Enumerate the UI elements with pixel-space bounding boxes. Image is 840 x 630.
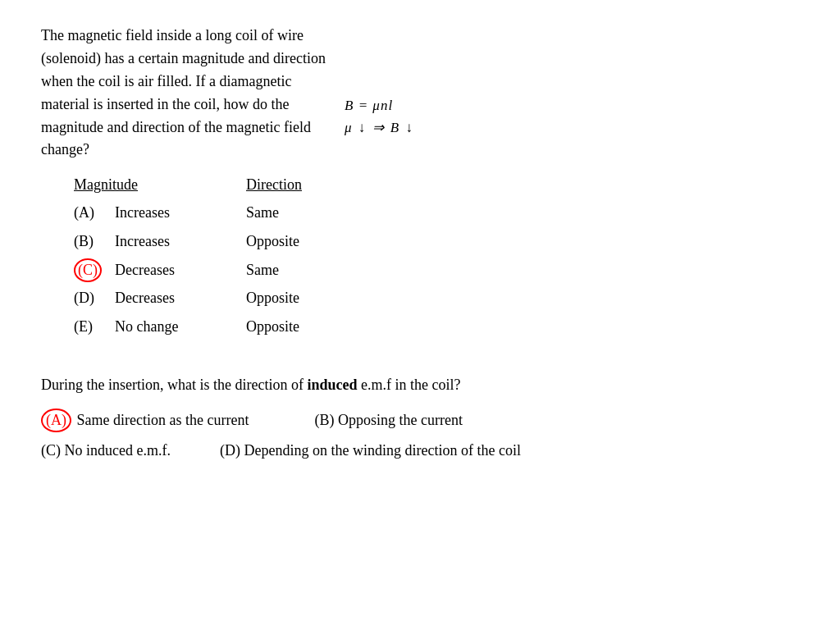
- circled-c: (C): [74, 258, 102, 282]
- question1-line3: when the coil is air filled. If a diamag…: [41, 73, 291, 89]
- table-row: (B) Increases Opposite: [74, 229, 799, 254]
- question1-line6: change?: [41, 141, 89, 158]
- row-label-b: (B): [74, 229, 115, 254]
- header-magnitude: Magnitude: [74, 176, 246, 194]
- option-q2-c-text: (C) No induced e.m.f.: [41, 442, 171, 459]
- question2: During the insertion, what is the direct…: [41, 373, 799, 463]
- table-header: Magnitude Direction: [74, 176, 799, 194]
- row-magnitude-a: Increases: [115, 200, 246, 226]
- option-q2-d: (D) Depending on the winding direction o…: [220, 439, 521, 463]
- row-direction-b: Opposite: [246, 229, 377, 254]
- formula-line1: B = μnl: [345, 94, 414, 116]
- formula-area: B = μnl μ ↓ ⇒ B ↓: [345, 94, 414, 139]
- option-q2-c: (C) No induced e.m.f.: [41, 439, 171, 463]
- page-container: The magnetic field inside a long coil of…: [41, 25, 799, 463]
- row-label-d: (D): [74, 285, 115, 311]
- formula-line2: μ ↓ ⇒ B ↓: [345, 116, 414, 139]
- question1-text: The magnetic field inside a long coil of…: [41, 25, 582, 162]
- circled-q2-a: (A): [41, 409, 71, 432]
- row-label-a: (A): [74, 200, 115, 226]
- row-label-c: (C): [74, 258, 115, 283]
- question1-line4: material is inserted in the coil, how do…: [41, 96, 289, 112]
- table-row: (A) Increases Same: [74, 200, 799, 226]
- option-q2-a-text: Same direction as the current: [77, 412, 249, 428]
- table-row: (E) No change Opposite: [74, 314, 799, 340]
- row-direction-d: Opposite: [246, 285, 377, 311]
- question2-text-before: During the insertion, what is the direct…: [41, 377, 307, 393]
- option-q2-d-text: (D) Depending on the winding direction o…: [220, 442, 521, 459]
- options-row2: (C) No induced e.m.f. (D) Depending on t…: [41, 439, 799, 463]
- option-q2-a: (A) Same direction as the current: [41, 409, 249, 432]
- row-direction-a: Same: [246, 200, 377, 226]
- table-row: (D) Decreases Opposite: [74, 285, 799, 311]
- row-magnitude-d: Decreases: [115, 285, 246, 311]
- header-direction: Direction: [246, 176, 377, 194]
- row-magnitude-e: No change: [115, 314, 246, 340]
- question2-text-after: e.m.f in the coil?: [357, 377, 460, 393]
- row-magnitude-b: Increases: [115, 229, 246, 254]
- question1-line5: magnitude and direction of the magnetic …: [41, 119, 311, 135]
- option-q2-b: (B) Opposing the current: [314, 409, 462, 432]
- table-row: (C) Decreases Same: [74, 258, 799, 283]
- row-magnitude-c: Decreases: [115, 258, 246, 283]
- row-direction-c: Same: [246, 258, 377, 283]
- question2-bold-word: induced: [307, 377, 357, 393]
- option-q2-b-label: (B): [314, 412, 338, 428]
- question1-line1: The magnetic field inside a long coil of…: [41, 27, 304, 43]
- row-label-e: (E): [74, 314, 115, 340]
- options-row1: (A) Same direction as the current (B) Op…: [41, 409, 799, 432]
- option-q2-b-text: Opposing the current: [338, 412, 463, 428]
- answer-table: Magnitude Direction (A) Increases Same (…: [74, 176, 799, 339]
- question1-line2: (solenoid) has a certain magnitude and d…: [41, 50, 326, 66]
- row-direction-e: Opposite: [246, 314, 377, 340]
